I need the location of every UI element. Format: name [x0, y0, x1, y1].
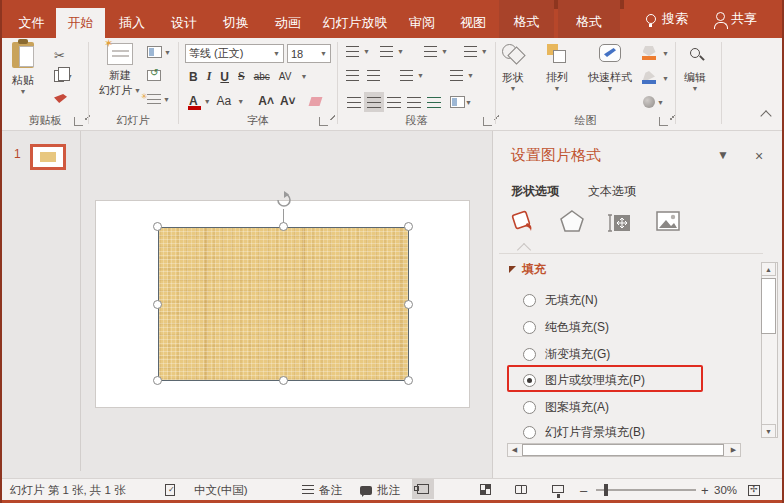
collapse-ribbon-button[interactable] [760, 110, 771, 121]
line-spacing-icon[interactable] [424, 46, 437, 57]
grow-font-button[interactable]: A˄ [258, 94, 274, 108]
tab-review[interactable]: 审阅 [397, 8, 447, 38]
radio-icon[interactable] [523, 294, 536, 307]
tab-view[interactable]: 视图 [449, 8, 497, 38]
columns-icon[interactable] [400, 70, 413, 81]
tab-home[interactable]: 开始 [56, 8, 105, 38]
textured-rectangle-shape[interactable] [158, 227, 409, 381]
drawing-dialog-launcher[interactable] [659, 117, 668, 126]
editing-button[interactable]: 编辑 ▼ [684, 48, 706, 92]
normal-view-button[interactable] [412, 479, 434, 499]
reading-view-button[interactable] [510, 479, 532, 499]
section-button[interactable]: ▼ [147, 94, 170, 105]
align-left-button[interactable] [344, 92, 364, 112]
rotation-handle-icon[interactable] [274, 190, 294, 210]
paste-button[interactable]: 粘贴 ▼ [12, 42, 34, 95]
option-solid-fill[interactable]: 纯色填充(S) [523, 319, 609, 336]
picture-icon[interactable] [655, 209, 681, 233]
char-spacing-button[interactable]: AV [279, 71, 292, 82]
shrink-font-button[interactable]: A˅ [280, 94, 296, 108]
reset-button[interactable] [147, 70, 161, 81]
zoom-slider[interactable] [596, 489, 696, 491]
zoom-level[interactable]: 30% [714, 479, 737, 501]
shape-effects-button[interactable]: ▼ [643, 96, 664, 108]
option-pattern-fill[interactable]: 图案填充(A) [523, 399, 609, 416]
slide-canvas[interactable] [95, 200, 470, 408]
tab-insert[interactable]: 插入 [107, 8, 157, 38]
smartart-button[interactable]: ▼ [450, 92, 472, 112]
format-painter-button[interactable] [54, 94, 67, 103]
layout-button[interactable]: ▼ [147, 46, 171, 58]
quick-styles-button[interactable]: 快速样式 ▼ [588, 44, 632, 92]
option-slide-background-fill[interactable]: 幻灯片背景填充(B) [523, 424, 645, 441]
slideshow-button[interactable] [547, 479, 569, 499]
shapes-button[interactable]: 形状 ▼ [502, 44, 524, 92]
zoom-in-button[interactable]: + [701, 479, 709, 501]
scroll-down-button[interactable]: ▼ [761, 424, 776, 438]
tab-format-picture[interactable]: 格式 [558, 0, 620, 38]
paragraph-dialog-launcher[interactable] [483, 117, 492, 126]
font-size-combo[interactable]: 18 ▼ [287, 44, 331, 63]
vertical-scroll-thumb[interactable] [761, 278, 776, 334]
zoom-out-button[interactable]: – [580, 479, 587, 501]
resize-handle-bottom-center[interactable] [279, 376, 288, 385]
change-case-button[interactable]: Aa [217, 94, 232, 108]
horizontal-scroll-thumb[interactable] [522, 444, 724, 456]
clear-format-button[interactable]: abc [254, 71, 270, 82]
numbering-icon[interactable] [380, 46, 393, 57]
bullets-icon[interactable] [346, 46, 359, 57]
scroll-up-button[interactable]: ▲ [761, 262, 776, 276]
tab-format-drawing[interactable]: 格式 [499, 0, 554, 38]
tab-transitions[interactable]: 切换 [211, 8, 261, 38]
accessibility-check-button[interactable] [165, 479, 175, 501]
align-right-button[interactable] [384, 92, 404, 112]
fill-section-header[interactable]: 填充 [509, 261, 546, 278]
slide-sorter-button[interactable] [474, 479, 496, 499]
strikethrough-button[interactable]: S [238, 69, 245, 84]
font-name-combo[interactable]: 等线 (正文) ▼ [185, 44, 284, 63]
scroll-left-button[interactable]: ◀ [508, 444, 521, 456]
font-dialog-launcher[interactable] [319, 117, 328, 126]
tab-text-options[interactable]: 文本选项 [588, 183, 636, 200]
comments-button[interactable]: 批注 [360, 479, 400, 501]
underline-button[interactable]: U [220, 70, 229, 84]
radio-icon[interactable] [523, 321, 536, 334]
resize-handle-mid-right[interactable] [404, 300, 413, 309]
copy-button[interactable]: ▼ [54, 70, 73, 82]
resize-handle-bottom-left[interactable] [153, 376, 162, 385]
option-gradient-fill[interactable]: 渐变填充(G) [523, 346, 610, 363]
bold-button[interactable]: B [189, 70, 198, 84]
pane-horizontal-scrollbar[interactable]: ◀ ▶ [507, 443, 741, 457]
align-text-icon[interactable] [450, 70, 463, 81]
tab-shape-options[interactable]: 形状选项 [511, 183, 559, 200]
tab-slideshow[interactable]: 幻灯片放映 [315, 8, 395, 38]
language-indicator[interactable]: 中文(中国) [194, 479, 248, 501]
shape-outline-button[interactable] [642, 71, 656, 84]
share-button[interactable]: 共享 [716, 0, 757, 38]
font-color-button[interactable]: A [189, 94, 198, 108]
distribute-button[interactable] [424, 92, 444, 112]
effects-pentagon-icon[interactable] [559, 209, 585, 233]
decrease-indent-icon[interactable] [346, 70, 359, 81]
tell-me-search[interactable]: 搜索 [646, 0, 688, 38]
shape-fill-button[interactable] [642, 46, 656, 60]
arrange-button[interactable]: 排列 ▼ [546, 44, 568, 92]
resize-handle-top-left[interactable] [153, 222, 162, 231]
pane-vertical-scrollbar[interactable]: ▲ ▼ [761, 262, 778, 438]
tab-design[interactable]: 设计 [159, 8, 209, 38]
tab-file[interactable]: 文件 [8, 8, 55, 38]
fill-line-icon[interactable] [511, 209, 537, 233]
fit-to-window-button[interactable] [748, 479, 760, 501]
eraser-icon[interactable] [308, 97, 322, 106]
clipboard-dialog-launcher[interactable] [74, 117, 83, 126]
zoom-slider-thumb[interactable] [604, 484, 608, 496]
new-slide-button[interactable]: 新建 幻灯片 ▼ [99, 43, 141, 98]
resize-handle-top-center[interactable] [279, 222, 288, 231]
justify-button[interactable] [404, 92, 424, 112]
resize-handle-bottom-right[interactable] [404, 376, 413, 385]
slide-thumbnail[interactable] [30, 144, 66, 170]
pane-options-dropdown-icon[interactable]: ▼ [717, 148, 729, 162]
radio-icon[interactable] [523, 426, 536, 439]
italic-button[interactable]: I [207, 69, 212, 84]
radio-icon[interactable] [523, 348, 536, 361]
